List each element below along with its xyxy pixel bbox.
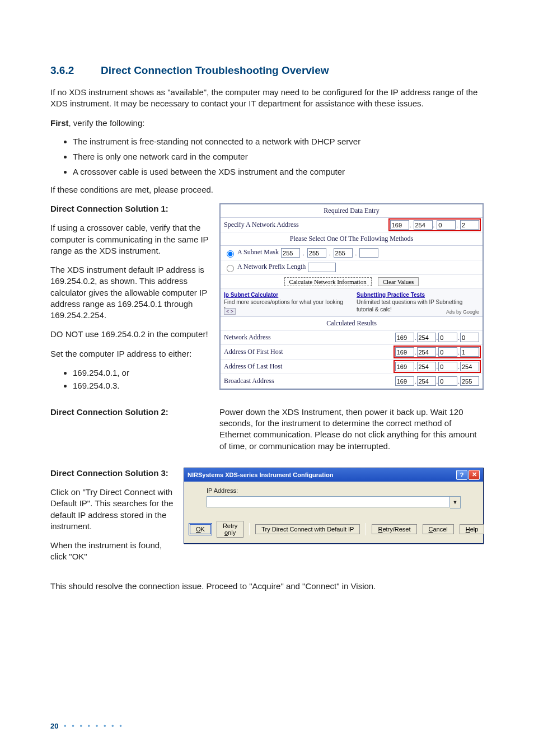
solution-3-p1: Click on "Try Direct Connect with Defaul… <box>50 487 174 532</box>
page-number-value: 20 <box>50 722 58 730</box>
radio-input[interactable] <box>227 250 234 258</box>
result-ip-group: ... <box>395 376 479 386</box>
solution-3-p2: When the instrument is found, click "OK" <box>50 540 174 563</box>
help-button[interactable]: Help <box>460 524 485 534</box>
ip-octet-input[interactable] <box>417 347 436 357</box>
ip-address-combo[interactable]: ▼ <box>207 496 461 508</box>
select-method-header: Please Select One Of The Following Metho… <box>221 232 483 246</box>
clear-values-button[interactable]: Clear Values <box>378 277 419 286</box>
prefix-label: A Network Prefix Length <box>237 263 306 270</box>
retry-only-button[interactable]: Retry only <box>217 521 243 538</box>
ip-address-label: IP Address: <box>207 487 461 494</box>
ip-octet-input[interactable] <box>438 347 457 357</box>
list-item: 169.254.0.1, or <box>73 368 213 377</box>
ip-octet-input[interactable] <box>390 220 409 230</box>
ip-octet-input[interactable] <box>460 333 479 342</box>
radio-prefix[interactable]: A Network Prefix Length <box>224 263 306 272</box>
prefix-input[interactable] <box>308 263 336 272</box>
ip-calculator-panel: Required Data Entry Specify A Network Ad… <box>219 203 484 390</box>
proceed-text: If these conditions are met, please proc… <box>50 184 484 195</box>
ip-octet-input[interactable] <box>395 362 414 371</box>
solution-1-heading: Direct Connection Solution 1: <box>50 203 213 214</box>
solution-1-p4: Set the computer IP address to either: <box>50 348 213 360</box>
radio-input[interactable] <box>227 265 234 272</box>
page-number-dots-icon: • • • • • • • • <box>64 722 124 730</box>
results-header: Calculated Results <box>221 317 483 330</box>
subnet-octet-input[interactable] <box>359 248 378 258</box>
ip-octet-input[interactable] <box>460 376 479 386</box>
dialog-title: NIRSystems XDS-series Instrument Configu… <box>188 472 333 478</box>
list-item: 169.254.0.3. <box>73 381 213 390</box>
results-rows: Network Address...Address Of First Host.… <box>221 330 483 389</box>
first-line: First, verify the following: <box>50 118 484 129</box>
ip-octet-input[interactable] <box>395 333 414 342</box>
ip-octet-input[interactable] <box>417 376 436 386</box>
ads-by-label: Ads by Google <box>446 309 479 315</box>
result-ip-group: ... <box>395 362 479 371</box>
ad-link[interactable]: Subnetting Practice Tests <box>357 292 425 298</box>
chevron-down-icon[interactable]: ▼ <box>450 496 461 508</box>
first-label: First <box>50 118 69 128</box>
ip-octet-input[interactable] <box>395 376 414 386</box>
ip-octet-input[interactable] <box>417 362 436 371</box>
config-dialog: NIRSystems XDS-series Instrument Configu… <box>184 468 484 544</box>
ip-octet-input[interactable] <box>438 376 457 386</box>
ip-octet-input[interactable] <box>417 333 436 342</box>
result-row: Network Address... <box>221 330 483 345</box>
ads-row: Ip Subnet Calculator Find more sources/o… <box>221 289 483 317</box>
list-item: The instrument is free-standing not conn… <box>73 137 484 146</box>
ip-octet-input[interactable] <box>437 220 456 230</box>
section-title-text: Direct Connection Troubleshooting Overvi… <box>101 64 329 76</box>
separator <box>249 523 250 535</box>
result-label: Network Address <box>224 333 393 342</box>
solution-2-heading: Direct Connection Solution 2: <box>50 407 213 418</box>
ad-nav-arrows-icon[interactable]: < > <box>224 308 236 315</box>
ip-octet-input[interactable] <box>460 347 479 357</box>
section-heading: 3.6.2Direct Connection Troubleshooting O… <box>50 64 484 77</box>
solution-1-options: 169.254.0.1, or 169.254.0.3. <box>73 368 213 390</box>
separator <box>366 523 366 535</box>
retry-reset-button[interactable]: Retry/Reset <box>372 524 416 534</box>
subnet-octet-input[interactable] <box>307 248 326 258</box>
result-ip-group: ... <box>395 347 479 357</box>
close-icon[interactable]: ✕ <box>469 470 480 480</box>
ip-octet-input[interactable] <box>438 362 457 371</box>
subnet-octet-input[interactable] <box>334 248 353 258</box>
try-direct-connect-button[interactable]: Try Direct Connect with Default IP <box>255 524 360 534</box>
list-item: A crossover cable is used between the XD… <box>73 167 484 176</box>
subnet-label: A Subnet Mask <box>237 248 279 256</box>
result-row: Address Of First Host... <box>221 345 483 360</box>
calc-header: Required Data Entry <box>221 204 483 218</box>
solution-1-p2: The XDS instrument default IP address is… <box>50 264 213 321</box>
ip-octet-input[interactable] <box>460 220 479 230</box>
ip-address-input[interactable] <box>207 496 450 507</box>
result-row: Address Of Last Host... <box>221 360 483 374</box>
ad-link[interactable]: Ip Subnet Calculator <box>224 292 278 298</box>
list-item: There is only one network card in the co… <box>73 152 484 161</box>
ip-octet-input[interactable] <box>460 362 479 371</box>
ok-button[interactable]: OK <box>190 524 211 534</box>
ip-octet-input[interactable] <box>438 333 457 342</box>
section-number: 3.6.2 <box>50 64 101 77</box>
result-label: Broadcast Address <box>224 377 393 385</box>
cancel-button[interactable]: Cancel <box>423 524 454 534</box>
calculate-button[interactable]: Calculate Network Information <box>284 277 372 286</box>
result-ip-group: ... <box>395 333 479 342</box>
solution-2-text: Power down the XDS Instrument, then powe… <box>219 407 484 452</box>
subnet-octet-input[interactable] <box>281 248 300 258</box>
solution-1-p3: DO NOT use 169.254.0.2 in the computer! <box>50 329 213 340</box>
page-number: 20 • • • • • • • • <box>50 722 124 730</box>
result-row: Broadcast Address... <box>221 374 483 389</box>
closing-text: This should resolve the connection issue… <box>50 581 484 592</box>
intro-paragraph: If no XDS instrument shows as "available… <box>50 87 484 110</box>
specify-ip-group: . . . <box>390 220 479 230</box>
help-icon[interactable]: ? <box>456 470 467 480</box>
radio-subnet[interactable]: A Subnet Mask <box>224 248 279 257</box>
specify-label: Specify A Network Address <box>224 221 388 229</box>
ip-octet-input[interactable] <box>414 220 433 230</box>
ip-octet-input[interactable] <box>395 347 414 357</box>
solution-3-heading: Direct Connection Solution 3: <box>50 468 174 479</box>
first-text: , verify the following: <box>69 118 145 128</box>
verify-list: The instrument is free-standing not conn… <box>73 137 484 176</box>
dialog-titlebar: NIRSystems XDS-series Instrument Configu… <box>184 468 483 482</box>
